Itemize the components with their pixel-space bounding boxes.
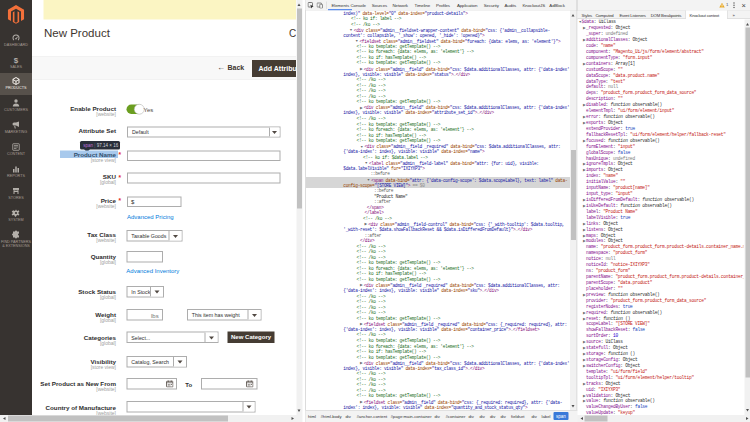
svg-text:$: $ [14, 56, 19, 65]
